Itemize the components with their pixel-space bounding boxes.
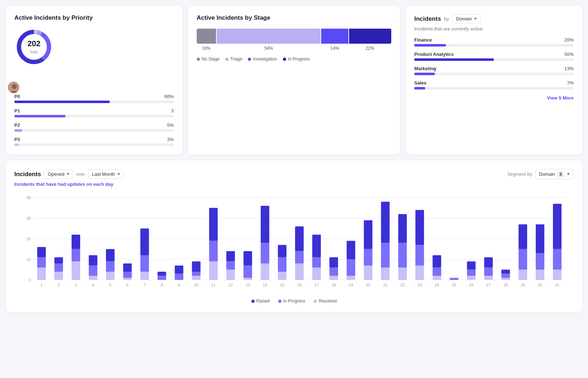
svg-rect-52 [192,276,201,280]
svg-rect-49 [175,274,183,280]
svg-rect-44 [140,228,149,255]
domain-card: Incidents by Domain Incidents that are c… [406,6,582,155]
priority-row-p1: P1 3 [14,108,174,117]
svg-rect-96 [381,268,389,280]
legend-inprogress: In Progress [283,57,310,62]
svg-rect-74 [278,245,286,257]
chart-legend: Raised In Progress Resolved [14,299,574,304]
p0-label: P0 [14,94,20,99]
svg-rect-39 [123,272,132,278]
svg-text:12: 12 [229,283,233,287]
p2-pct: 5% [167,122,174,128]
domain-row-sales: Sales 7% [414,80,574,89]
svg-rect-97 [381,243,389,268]
segment-dropdown[interactable]: Domain 3 [535,169,574,179]
svg-rect-43 [140,255,149,272]
svg-rect-31 [89,266,97,276]
svg-text:5: 5 [109,283,111,287]
analytics-pct: 50% [564,52,574,57]
svg-text:29: 29 [521,283,525,287]
svg-text:17: 17 [314,283,319,287]
svg-rect-58 [209,208,218,241]
svg-rect-34 [106,272,114,280]
svg-rect-19 [37,257,46,268]
svg-rect-54 [192,261,201,272]
sales-pct: 7% [567,80,574,86]
legend-no-stage: No Stage [197,57,220,62]
svg-rect-32 [89,255,97,266]
inprogress-dot [283,58,286,61]
sales-bar [414,87,425,89]
domain-subtitle: Incidents that are currently active. [414,26,574,32]
svg-rect-136 [553,204,562,249]
svg-rect-109 [433,268,441,276]
segment-by: Segment by Domain 3 [508,169,574,179]
period-dropdown[interactable]: Last Month [88,170,124,179]
finance-name: Finance [414,37,432,43]
svg-rect-22 [54,272,63,280]
svg-point-6 [12,84,17,89]
svg-rect-119 [484,268,493,276]
svg-rect-114 [467,276,476,280]
marketing-bar-track [414,73,574,75]
svg-rect-131 [536,253,544,270]
p3-bar-fill [14,144,19,146]
finance-pct: 20% [564,37,574,43]
chart-header-left: Incidents Opened over Last Month [14,170,124,179]
svg-rect-89 [347,260,355,276]
p1-pct: 3 [171,108,174,113]
opened-dropdown[interactable]: Opened [44,170,73,179]
svg-rect-105 [415,245,424,266]
svg-rect-53 [192,272,201,276]
stage-investigation [321,29,348,44]
svg-text:27: 27 [486,283,491,287]
svg-text:14: 14 [263,283,267,287]
svg-text:28: 28 [504,283,508,287]
svg-text:6: 6 [126,283,128,287]
svg-rect-84 [329,276,338,280]
stage-legend: No Stage Triage Investigation In Progres… [197,57,392,62]
svg-rect-70 [261,206,269,243]
chart-title: Incidents [14,171,41,178]
svg-rect-46 [157,276,166,280]
svg-rect-76 [295,263,304,280]
svg-text:1: 1 [40,283,43,287]
domain-row-finance: Finance 20% [414,37,574,47]
svg-rect-47 [157,272,166,276]
stage-no-stage [197,29,216,44]
svg-text:16: 16 [297,283,302,287]
stage-inprogress [349,29,391,44]
svg-rect-98 [381,202,389,243]
svg-text:31: 31 [555,283,559,287]
svg-rect-81 [312,257,321,268]
svg-rect-106 [415,210,424,245]
domain-dropdown-button[interactable]: Domain [452,14,481,23]
svg-rect-57 [209,241,218,262]
stage-bar-container: 10% 54% 14% 22% [197,29,392,51]
svg-text:3: 3 [75,283,77,287]
view-more-link[interactable]: View 5 More [414,95,574,101]
period-chevron-icon [117,173,120,175]
subtitle-link[interactable]: each day [93,181,113,187]
svg-text:15: 15 [280,283,284,287]
bar-chart-area: 0102030401234567891011121314151617181920… [14,194,574,294]
svg-rect-23 [54,263,63,272]
analytics-bar-track [414,58,574,61]
segment-chevron-icon [567,173,570,175]
subtitle-static: Incidents that have had updates on [14,181,92,187]
analytics-name: Product Analytics [414,52,454,57]
svg-text:24: 24 [435,283,439,287]
svg-rect-122 [501,278,510,280]
marketing-name: Marketing [414,66,436,71]
svg-rect-108 [433,276,441,280]
marketing-bar [414,73,435,75]
segment-by-label: Segment by [508,171,532,177]
svg-rect-100 [398,268,407,280]
svg-text:4: 4 [92,283,94,287]
svg-rect-93 [364,249,372,266]
svg-text:25: 25 [452,283,456,287]
svg-text:20: 20 [366,283,370,287]
legend-resolved: Resolved [314,299,337,304]
chart-header: Incidents Opened over Last Month Segment… [14,169,574,179]
stage-card: Active Incidents by Stage 10% 54% 14% 22… [188,6,400,155]
